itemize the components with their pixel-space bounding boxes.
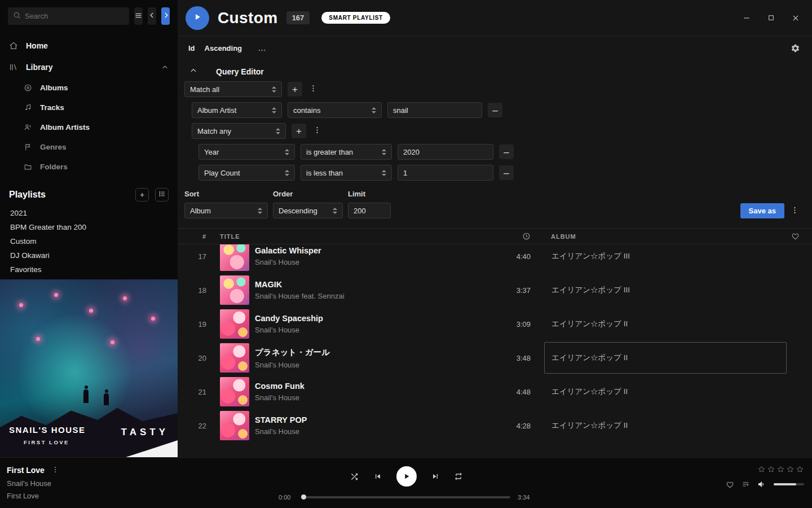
sidebar-item-library[interactable]: Library — [0, 56, 178, 78]
playlist-item[interactable]: 2021 — [0, 206, 178, 220]
seek-handle[interactable] — [301, 494, 306, 500]
sidebar-item-album-artists[interactable]: Album Artists — [0, 117, 178, 137]
more-options[interactable]: ... — [258, 44, 266, 52]
table-row[interactable]: 22 STARRY POPSnail's House 4:28 エイリアン☆ポッ… — [178, 409, 812, 443]
search-input[interactable] — [25, 12, 124, 20]
save-as-button[interactable]: Save as — [740, 203, 784, 218]
track-artist: Snail's House — [255, 361, 480, 369]
rule-field-select[interactable]: Play Count — [198, 165, 295, 181]
collapse-button[interactable] — [189, 67, 197, 76]
sort-select[interactable]: Album — [184, 203, 268, 218]
table-row[interactable]: 19 Candy SpaceshipSnail's House 3:09 エイリ… — [178, 307, 812, 341]
menu-button[interactable] — [134, 7, 143, 25]
play-playlist-button[interactable] — [186, 6, 209, 30]
table-row[interactable]: 20 プラネット・ガールSnail's House 3:48 エイリアン☆ポップ… — [178, 341, 812, 375]
now-playing-menu-button[interactable] — [50, 465, 60, 475]
next-button[interactable] — [431, 472, 440, 481]
main-panel: Custom 167 SMART PLAYLIST Id Ascending .… — [178, 0, 812, 457]
table-row[interactable]: 17 Galactic WhisperSnail's House 4:40 エイ… — [178, 244, 812, 273]
query-editor-title: Query Editor — [216, 67, 264, 76]
heart-icon[interactable] — [791, 232, 800, 240]
track-album[interactable]: エイリアン☆ポップ II — [544, 376, 787, 408]
gear-icon[interactable] — [791, 43, 800, 53]
add-group-rule-button[interactable]: + — [292, 124, 306, 138]
rule-value-input[interactable] — [398, 144, 493, 160]
sidebar-item-tracks[interactable]: Tracks — [0, 98, 178, 117]
rule-field-select[interactable]: Album Artist — [192, 102, 282, 118]
group-menu-button[interactable] — [312, 124, 322, 138]
chevron-up-icon[interactable] — [161, 64, 169, 71]
volume-icon[interactable] — [757, 480, 766, 489]
star-icon[interactable] — [776, 465, 785, 474]
table-row[interactable]: 21 Cosmo FunkSnail's House 4:48 エイリアン☆ポッ… — [178, 375, 812, 409]
previous-button[interactable] — [373, 472, 382, 481]
track-title: Cosmo Funk — [255, 382, 480, 391]
seek-bar[interactable] — [302, 496, 510, 498]
playlist-item[interactable]: BPM Greater than 200 — [0, 220, 178, 234]
remove-rule-button[interactable]: – — [488, 103, 502, 117]
rule-operator-select[interactable]: is greater than — [301, 144, 392, 160]
sidebar-item-folders[interactable]: Folders — [0, 157, 178, 177]
rule-row: Play Count is less than – — [178, 165, 812, 181]
nav-back-button[interactable] — [148, 7, 156, 25]
rule-field-select[interactable]: Year — [198, 144, 295, 160]
album-thumb-cell — [209, 377, 253, 406]
star-icon[interactable] — [786, 465, 795, 474]
rule-value-input[interactable] — [398, 165, 493, 181]
play-pause-button[interactable] — [396, 466, 417, 487]
like-button[interactable] — [726, 480, 734, 489]
playlist-item[interactable]: Favorites — [0, 262, 178, 277]
volume-slider[interactable] — [774, 483, 804, 485]
remove-rule-button[interactable]: – — [499, 144, 514, 159]
add-playlist-button[interactable]: + — [135, 188, 149, 202]
now-playing-info: First Love Snail's House First Love — [7, 465, 60, 500]
save-menu-button[interactable] — [789, 204, 800, 218]
now-playing-album[interactable]: First Love — [7, 492, 60, 500]
track-album-focused[interactable]: エイリアン☆ポップ II — [544, 342, 787, 374]
repeat-button[interactable] — [454, 472, 463, 481]
track-album[interactable]: エイリアン☆ポップ III — [544, 274, 787, 306]
artwork-lantern — [151, 317, 155, 321]
column-index[interactable]: # — [184, 233, 209, 240]
sidebar-item-label: Folders — [40, 163, 68, 171]
column-title[interactable]: TITLE — [209, 233, 480, 240]
maximize-button[interactable] — [767, 14, 775, 22]
minimize-button[interactable] — [743, 14, 751, 22]
clock-icon[interactable] — [522, 232, 531, 240]
track-album[interactable]: エイリアン☆ポップ III — [544, 244, 787, 272]
star-icon[interactable] — [796, 465, 804, 474]
star-icon[interactable] — [767, 465, 775, 474]
shuffle-button[interactable] — [350, 472, 359, 481]
add-rule-button[interactable]: + — [288, 82, 302, 97]
rule-operator-value: contains — [293, 106, 320, 115]
match-select[interactable]: Match all — [184, 81, 282, 97]
nav-forward-button[interactable] — [161, 7, 170, 25]
sort-field[interactable]: Id — [188, 44, 195, 52]
table-row[interactable]: 18 MAGIKSnail's House feat. Sennzai 3:37… — [178, 273, 812, 307]
playlist-item[interactable]: Custom — [0, 234, 178, 248]
queue-button[interactable] — [742, 480, 750, 489]
now-playing-title[interactable]: First Love — [7, 466, 45, 475]
remove-rule-button[interactable]: – — [499, 165, 514, 180]
sidebar-item-genres[interactable]: Genres — [0, 137, 178, 157]
rule-operator-select[interactable]: is less than — [301, 165, 392, 181]
column-album[interactable]: ALBUM — [544, 233, 787, 240]
playlist-item[interactable]: DJ Okawari — [0, 248, 178, 262]
track-album[interactable]: エイリアン☆ポップ II — [544, 410, 787, 441]
sidebar-item-home[interactable]: Home — [0, 35, 178, 56]
album-art-thumbnail — [220, 244, 249, 271]
now-playing-artist[interactable]: Snail's House — [7, 479, 60, 488]
group-match-select[interactable]: Match any — [192, 123, 286, 139]
star-icon[interactable] — [757, 465, 766, 474]
playlist-list-button[interactable] — [155, 188, 169, 202]
rule-value-input[interactable] — [387, 102, 482, 118]
sort-direction[interactable]: Ascending — [205, 44, 242, 52]
now-playing-artwork[interactable]: SNAIL'S HOUSE FIRST LOVE TASTY — [0, 279, 178, 457]
track-album[interactable]: エイリアン☆ポップ II — [544, 308, 787, 340]
close-button[interactable] — [792, 14, 800, 22]
rule-operator-select[interactable]: contains — [288, 102, 382, 118]
rule-menu-button[interactable] — [308, 82, 318, 97]
order-select[interactable]: Descending — [273, 203, 343, 218]
sidebar-item-albums[interactable]: Albums — [0, 78, 178, 98]
limit-input[interactable] — [348, 203, 391, 218]
